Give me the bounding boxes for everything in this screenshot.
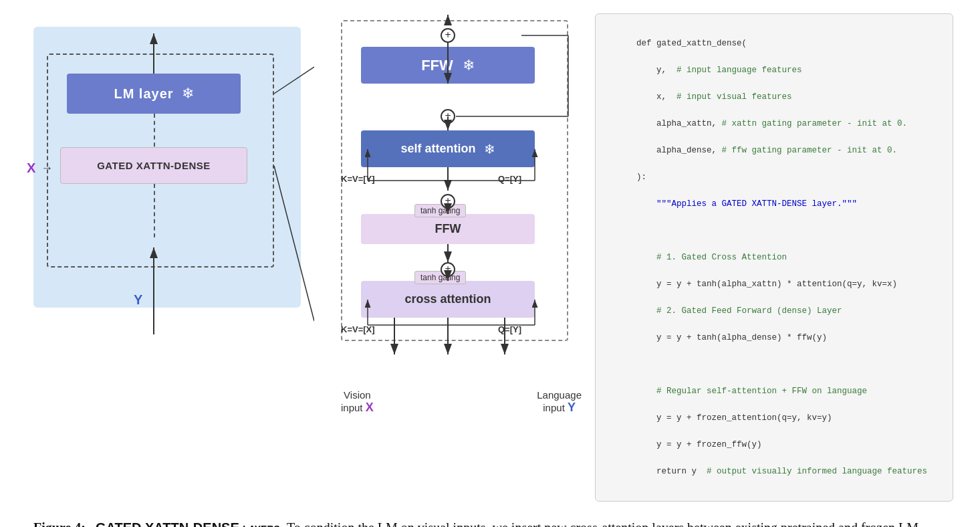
figure-label: Figure 4: <box>33 520 86 527</box>
caption-text: Figure 4: GATED XATTN-DENSE layers. To c… <box>33 518 947 527</box>
plus-circle-bottom: + <box>441 262 455 277</box>
code-comment-11: # 2. Gated Feed Forward (dense) Layer <box>636 306 842 316</box>
code-comment-14: # Regular self-attention + FFW on langua… <box>636 387 867 396</box>
x-input-arrow: X → <box>27 161 55 176</box>
kv-y-label: K=V=[Y] <box>341 174 375 184</box>
self-attn-box: self attention ❄ <box>361 130 535 167</box>
snowflake-lm-icon: ❄ <box>182 85 194 102</box>
arrow-symbol: → <box>41 161 53 175</box>
kv-x-label: K=V=[X] <box>341 324 375 334</box>
vert-dashed-line-2 <box>154 184 155 237</box>
q-y-bottom-label: Q=[Y] <box>498 324 521 334</box>
left-diagram: LM layer ❄ GATED XATTN-DENSE X → Y <box>27 13 314 334</box>
code-comment-4: # xattn gating parameter - init at 0. <box>722 119 908 128</box>
caption-bold: GATED XATTN-DENSE layers. <box>96 520 283 527</box>
plus-circle-lower: + <box>441 194 455 209</box>
vision-input-label: Visioninput X <box>341 389 374 415</box>
code-line-4: alpha_xattn, <box>636 119 722 128</box>
middle-diagram: FFW ❄ self attention ❄ FFW tanh gating c… <box>328 13 582 375</box>
ffw-bottom-label: FFW <box>435 222 461 236</box>
code-box: def gated_xattn_dense( y, # input langua… <box>595 13 953 502</box>
code-comment-3: # input visual features <box>677 92 792 102</box>
plus-circle-mid: + <box>441 109 455 124</box>
code-line-16: y = y + frozen_ffw(y) <box>636 440 762 449</box>
code-line-3: x, <box>636 92 677 102</box>
self-attn-label: self attention <box>400 142 475 156</box>
cross-attn-label: cross attention <box>404 292 491 306</box>
code-comment-9: # 1. Gated Cross Attention <box>636 253 787 262</box>
tanh-gating-label-2: tanh gating <box>414 271 466 284</box>
plus-circle-top: + <box>441 28 455 43</box>
caption-area: Figure 4: GATED XATTN-DENSE layers. To c… <box>27 518 953 527</box>
x-label: X <box>27 161 35 176</box>
code-line-15: y = y + frozen_attention(q=y, kv=y) <box>636 413 832 423</box>
lm-layer-label: LM layer <box>114 86 173 102</box>
gated-xattn-box: GATED XATTN-DENSE <box>60 147 247 184</box>
code-line-17: return y <box>636 467 707 476</box>
snowflake-ffw-icon: ❄ <box>463 57 475 74</box>
tanh-gating-label-1: tanh gating <box>414 204 466 217</box>
x-input-var: X <box>366 401 374 414</box>
q-y-top-label: Q=[Y] <box>498 174 521 184</box>
code-line-1: def gated_xattn_dense( <box>636 39 747 48</box>
language-input-label: Languageinput Y <box>537 389 582 415</box>
code-comment-17: # output visually informed language feat… <box>707 467 927 476</box>
y-input-var: Y <box>568 401 576 414</box>
code-comment-5: # ffw gating parameter - init at 0. <box>722 146 898 155</box>
code-line-12: y = y + tanh(alpha_dense) * ffw(y) <box>636 333 827 342</box>
page-container: LM layer ❄ GATED XATTN-DENSE X → Y <box>0 0 980 527</box>
y-label: Y <box>134 292 142 307</box>
cross-attn-box: cross attention <box>361 281 535 318</box>
code-line-7: """Applies a GATED XATTN-DENSE layer.""" <box>636 199 857 209</box>
code-line-6: ): <box>636 173 646 182</box>
ffw-bottom-box: FFW <box>361 214 535 244</box>
ffw-top-label: FFW <box>421 57 453 74</box>
gated-xattn-label: GATED XATTN-DENSE <box>97 160 211 171</box>
ffw-top-box: FFW ❄ <box>361 47 535 84</box>
lm-layer-box: LM layer ❄ <box>67 74 241 114</box>
code-line-5: alpha_dense, <box>636 146 722 155</box>
code-comment-2: # input language features <box>677 66 802 75</box>
y-label-bottom: Y <box>134 292 142 308</box>
code-line-10: y = y + tanh(alpha_xattn) * attention(q=… <box>636 280 897 289</box>
figure-area: LM layer ❄ GATED XATTN-DENSE X → Y <box>27 13 953 502</box>
code-line-2: y, <box>636 66 677 75</box>
snowflake-sa-icon: ❄ <box>484 141 495 157</box>
